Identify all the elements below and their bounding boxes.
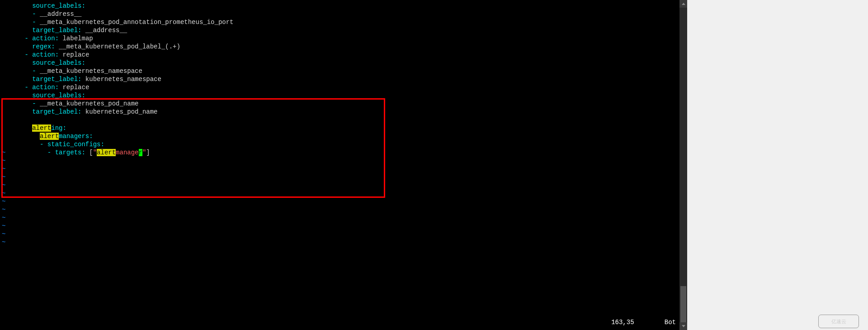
terminal-editor[interactable]: source_labels: - __address__ - __meta_ku… <box>0 0 687 330</box>
scroll-down-icon[interactable] <box>679 322 687 330</box>
yaml-line: - __address__ <box>2 10 687 18</box>
yaml-targets-line: - targets: ["alertmanager"] <box>2 140 687 148</box>
vim-tilde: ~ <box>2 189 687 197</box>
file-position: Bot <box>665 319 676 326</box>
vim-tilde: ~ <box>2 238 687 246</box>
search-highlight: alert <box>97 149 116 156</box>
vim-tilde: ~ <box>2 222 687 230</box>
watermark-logo: 亿速云 <box>818 315 859 328</box>
search-highlight: alert <box>40 133 59 140</box>
scroll-thumb[interactable] <box>680 286 686 322</box>
vim-tilde: ~ <box>2 206 687 214</box>
yaml-alertmanagers-line: alertmanagers: <box>2 124 687 132</box>
scrollbar[interactable] <box>679 0 687 330</box>
vim-tilde: ~ <box>2 173 687 181</box>
yaml-line: source_labels: <box>2 2 687 10</box>
vim-tilde: ~ <box>2 230 687 238</box>
vim-tilde: ~ <box>2 157 687 165</box>
yaml-line: target_label: kubernetes_namespace <box>2 75 687 83</box>
yaml-line: source_labels: <box>2 59 687 67</box>
yaml-line: target_label: kubernetes_pod_name <box>2 108 687 116</box>
vim-status-line: 163,35 Bot <box>540 318 676 326</box>
scroll-up-icon[interactable] <box>679 0 687 8</box>
cursor-position: 163,35 <box>611 319 634 326</box>
yaml-line: - action: replace <box>2 51 687 59</box>
yaml-alerting-line: alerting: <box>2 116 687 124</box>
vim-tilde: ~ <box>2 214 687 222</box>
yaml-line: - __meta_kubernetes_pod_annotation_prome… <box>2 18 687 26</box>
yaml-line: - action: replace <box>2 83 687 91</box>
yaml-line: target_label: __address__ <box>2 26 687 34</box>
vim-tilde: ~ <box>2 181 687 189</box>
cursor: r <box>139 149 142 156</box>
yaml-line: - __meta_kubernetes_pod_name <box>2 100 687 108</box>
yaml-line: - __meta_kubernetes_namespace <box>2 67 687 75</box>
search-highlight: alert <box>32 124 51 132</box>
vim-tilde: ~ <box>2 165 687 173</box>
vim-tilde: ~ <box>2 197 687 206</box>
yaml-static-configs-line: - static_configs: <box>2 132 687 140</box>
yaml-line: regex: __meta_kubernetes_pod_label_(.+) <box>2 43 687 51</box>
yaml-line: - action: labelmap <box>2 34 687 43</box>
yaml-config-content: source_labels: - __address__ - __meta_ku… <box>2 2 687 116</box>
yaml-line: source_labels: <box>2 91 687 100</box>
vim-empty-lines: ~~~~~~~~~~~~ <box>2 148 687 246</box>
